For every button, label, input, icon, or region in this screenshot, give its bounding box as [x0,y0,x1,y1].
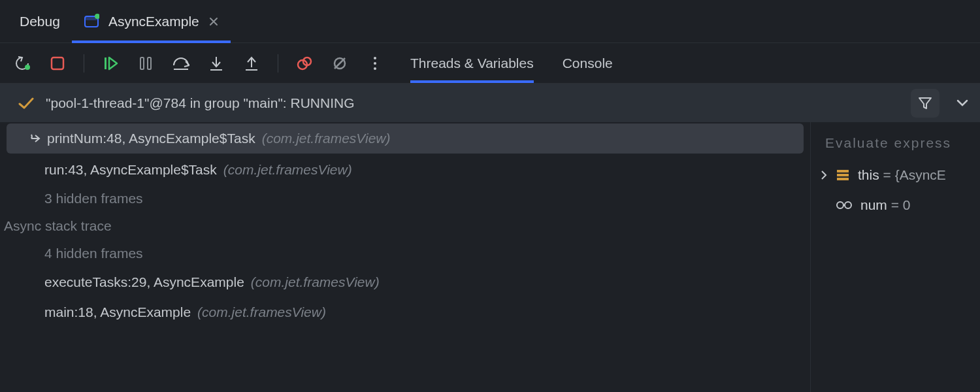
step-out-button[interactable] [242,54,261,73]
thread-label[interactable]: "pool-1-thread-1"@784 in group "main": R… [46,95,899,111]
run-config-icon [84,14,99,29]
svg-rect-7 [148,57,151,69]
separator [84,54,84,73]
svg-point-3 [25,65,30,70]
svg-point-23 [837,202,843,208]
frame-method: executeTasks:29, AsyncExample [44,274,244,290]
stack-frame[interactable]: run:43, AsyncExample$Task(com.jet.frames… [0,155,810,185]
tab-label-console: Console [563,56,613,71]
tab-label-threads: Threads & Variables [410,56,534,71]
rerun-button[interactable] [13,54,31,73]
thread-dropdown-button[interactable] [951,99,973,107]
frames-panel: printNum:48, AsyncExample$Task(com.jet.f… [0,122,810,392]
frame-method: printNum:48, AsyncExample$Task [47,131,255,146]
async-section-label: Async stack trace [0,212,810,240]
variable-text: this = {AsyncE [858,167,946,183]
object-icon [836,169,850,182]
run-config-name: AsyncExample [108,14,199,29]
more-actions-button[interactable] [366,54,384,73]
frame-method: main:18, AsyncExample [44,304,191,320]
step-over-button[interactable] [172,54,190,73]
variable-row[interactable]: num = 0 [811,190,980,220]
stop-button[interactable] [48,54,67,73]
active-tab-indicator [72,41,231,43]
mute-breakpoints-button[interactable] [331,54,349,73]
frame-package: (com.jet.framesView) [197,304,326,320]
svg-rect-21 [837,174,849,176]
pause-button[interactable] [137,54,155,73]
frame-package: (com.jet.framesView) [262,131,391,146]
stack-frame[interactable]: executeTasks:29, AsyncExample(com.jet.fr… [0,267,810,297]
filter-button[interactable] [911,89,939,118]
frame-package: (com.jet.framesView) [223,162,352,178]
svg-rect-6 [140,57,144,69]
svg-rect-20 [837,170,849,172]
hidden-frames-link[interactable]: 3 hidden frames [0,185,810,212]
tab-threads-variables[interactable]: Threads & Variables [410,43,534,83]
step-into-button[interactable] [207,54,225,73]
frame-method: run:43, AsyncExample$Task [44,162,217,178]
svg-rect-22 [837,178,849,180]
frame-package: (com.jet.framesView) [251,274,380,290]
view-breakpoints-button[interactable] [295,54,314,73]
variable-row[interactable]: this = {AsyncE [811,160,980,190]
svg-point-17 [374,57,376,59]
check-icon [18,97,34,110]
drop-frame-icon[interactable] [26,133,41,144]
separator [278,54,278,73]
chevron-right-icon[interactable] [820,170,828,180]
resume-button[interactable] [101,54,120,73]
svg-point-24 [845,202,851,208]
hidden-frames-link[interactable]: 4 hidden frames [0,240,810,267]
active-tab-indicator [410,80,534,83]
run-config-tab[interactable]: AsyncExample [72,1,231,42]
stack-frame[interactable]: printNum:48, AsyncExample$Task(com.jet.f… [7,123,804,154]
tab-console[interactable]: Console [563,43,613,83]
svg-point-18 [374,62,376,65]
close-icon[interactable] [208,16,219,27]
evaluate-expression-field[interactable]: Evaluate express [811,126,980,160]
svg-rect-4 [52,57,63,69]
debug-toolwindow-title: Debug [14,14,65,29]
watch-icon [836,201,853,210]
svg-rect-5 [105,57,106,69]
stack-frame[interactable]: main:18, AsyncExample(com.jet.framesView… [0,297,810,327]
svg-point-19 [374,67,376,70]
variable-text: num = 0 [860,197,910,213]
variables-panel: Evaluate express this = {AsyncEnum = 0 [810,122,980,392]
